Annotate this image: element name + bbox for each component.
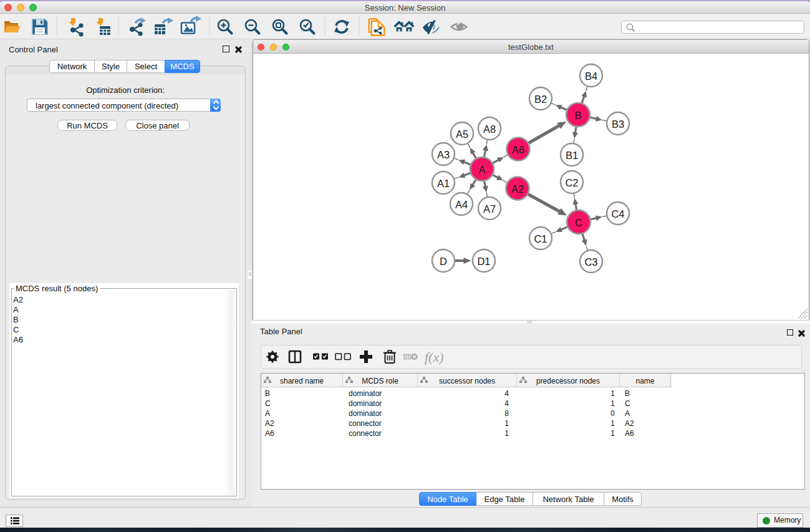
svg-text:D: D <box>440 256 447 267</box>
svg-text:A5: A5 <box>456 128 468 140</box>
svg-text:C: C <box>575 217 582 228</box>
svg-text:A1: A1 <box>437 178 450 189</box>
svg-text:B3: B3 <box>612 118 624 130</box>
svg-text:A8: A8 <box>483 123 496 135</box>
svg-text:B: B <box>574 110 581 121</box>
svg-text:C3: C3 <box>584 256 597 268</box>
svg-text:C2: C2 <box>565 177 578 188</box>
svg-text:A7: A7 <box>483 203 496 215</box>
svg-text:A6: A6 <box>512 144 524 155</box>
svg-text:B1: B1 <box>566 150 578 161</box>
svg-text:D1: D1 <box>477 256 490 267</box>
svg-text:A4: A4 <box>455 199 468 210</box>
svg-text:A: A <box>478 164 485 175</box>
svg-text:C1: C1 <box>534 233 547 244</box>
svg-text:C4: C4 <box>611 208 624 220</box>
svg-text:B4: B4 <box>585 70 597 82</box>
svg-text:A2: A2 <box>511 183 524 195</box>
svg-text:B2: B2 <box>534 94 547 105</box>
svg-text:A3: A3 <box>437 149 450 160</box>
svg-text:f(x): f(x) <box>425 349 444 365</box>
